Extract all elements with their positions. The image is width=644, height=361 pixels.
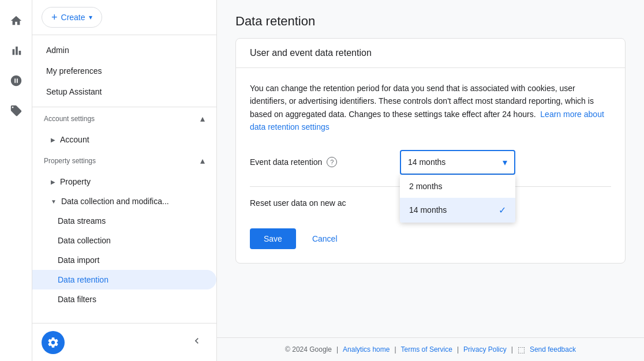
sidebar-item-data-streams[interactable]: Data streams — [32, 211, 216, 231]
sidebar-item-property[interactable]: ▶ Property — [32, 172, 216, 191]
data-collection-triangle-icon: ▼ — [51, 198, 57, 205]
data-collection-sub-label: Data collection — [58, 236, 111, 245]
page-footer: © 2024 Google | Analytics home | Terms o… — [217, 337, 644, 361]
privacy-policy-link[interactable]: Privacy Policy — [463, 345, 507, 354]
page-body: Data retention User and event data reten… — [217, 0, 644, 337]
create-button[interactable]: + Create ▾ — [42, 7, 102, 28]
admin-label: Admin — [46, 46, 69, 55]
select-wrapper: 14 months ▾ 2 months 14 months ✓ — [400, 150, 515, 175]
setup-assistant-label: Setup Assistant — [46, 87, 102, 96]
icon-rail — [0, 0, 32, 361]
bar-chart-icon[interactable] — [2, 37, 30, 65]
action-buttons: Save Cancel — [250, 219, 611, 249]
property-settings-header[interactable]: Property settings ▴ — [32, 149, 216, 172]
sidebar-item-data-collection-modifica[interactable]: ▼ Data collection and modifica... — [32, 191, 216, 211]
retention-card: User and event data retention You can ch… — [235, 38, 626, 264]
sidebar-item-setup-assistant[interactable]: Setup Assistant — [32, 81, 216, 102]
top-nav-items: Admin My preferences Setup Assistant — [32, 35, 216, 107]
dropdown-option-14months[interactable]: 14 months ✓ — [400, 198, 515, 223]
dropdown-menu: 2 months 14 months ✓ — [400, 175, 515, 223]
sep2: | — [394, 345, 396, 354]
event-data-retention-label: Event data retention ? — [250, 157, 400, 167]
sep3: | — [457, 345, 459, 354]
property-triangle-icon: ▶ — [51, 179, 55, 185]
analytics-home-link[interactable]: Analytics home — [343, 345, 390, 354]
home-icon[interactable] — [2, 7, 30, 35]
sidebar-item-data-import[interactable]: Data import — [32, 250, 216, 270]
terms-of-service-link[interactable]: Terms of Service — [401, 345, 452, 354]
data-streams-label: Data streams — [58, 216, 106, 225]
data-import-label: Data import — [58, 255, 99, 265]
event-retention-select[interactable]: 14 months ▾ — [400, 150, 515, 175]
property-settings-label: Property settings — [44, 157, 96, 165]
select-chevron-icon: ▾ — [503, 157, 507, 168]
account-settings-chevron-icon: ▴ — [200, 113, 205, 124]
check-icon: ✓ — [499, 205, 506, 216]
selected-value: 14 months — [408, 157, 445, 167]
copyright-text: © 2024 Google — [285, 345, 332, 354]
cancel-button[interactable]: Cancel — [303, 228, 347, 249]
reset-user-data-label: Reset user data on new ac — [250, 198, 400, 208]
main-content: Data retention User and event data reten… — [217, 0, 644, 361]
search-circle-icon[interactable] — [2, 67, 30, 95]
card-header: User and event data retention — [236, 39, 625, 68]
account-settings-section: Account settings ▴ ▶ Account — [32, 107, 216, 149]
settings-gear-button[interactable] — [42, 331, 65, 354]
sidebar-nav: Admin My preferences Setup Assistant Acc… — [32, 35, 216, 361]
sidebar-item-admin[interactable]: Admin — [32, 40, 216, 61]
sep1: | — [336, 345, 338, 354]
save-button[interactable]: Save — [250, 228, 296, 249]
sidebar-bottom — [32, 323, 216, 361]
create-label: Create — [61, 13, 85, 22]
data-retention-label: Data retention — [58, 275, 108, 284]
property-label: Property — [60, 177, 91, 186]
sidebar-item-account[interactable]: ▶ Account — [32, 130, 216, 149]
property-settings-chevron-icon: ▴ — [200, 155, 205, 166]
data-collection-label: Data collection and modifica... — [61, 197, 169, 206]
plus-icon: + — [51, 12, 58, 22]
sidebar-item-data-retention[interactable]: Data retention — [32, 270, 216, 289]
sidebar-item-data-filters[interactable]: Data filters — [32, 289, 216, 309]
send-feedback-link[interactable]: Send feedback — [530, 345, 576, 354]
description-text: You can change the retention period for … — [250, 82, 611, 134]
sidebar-item-my-preferences[interactable]: My preferences — [32, 61, 216, 81]
collapse-sidebar-button[interactable] — [186, 330, 207, 354]
sep4: | — [511, 345, 513, 354]
sidebar: + Create ▾ Admin My preferences Setup As… — [32, 0, 217, 361]
page-title: Data retention — [235, 14, 626, 29]
tag-icon[interactable] — [2, 97, 30, 125]
data-filters-label: Data filters — [58, 295, 96, 304]
help-icon[interactable]: ? — [327, 157, 337, 167]
create-chevron-icon: ▾ — [89, 13, 92, 21]
dropdown-option-2months[interactable]: 2 months — [400, 175, 515, 198]
account-settings-header[interactable]: Account settings ▴ — [32, 107, 216, 130]
card-body: You can change the retention period for … — [236, 68, 625, 263]
property-settings-section: Property settings ▴ ▶ Property ▼ Data co… — [32, 149, 216, 309]
feedback-icon: ⬚ — [518, 345, 525, 354]
sidebar-item-data-collection[interactable]: Data collection — [32, 231, 216, 250]
event-data-retention-row: Event data retention ? 14 months ▾ 2 mon… — [250, 138, 611, 187]
account-label: Account — [60, 135, 89, 144]
triangle-right-icon: ▶ — [51, 137, 55, 143]
sidebar-top: + Create ▾ — [32, 0, 216, 35]
my-preferences-label: My preferences — [46, 66, 102, 76]
account-settings-label: Account settings — [44, 115, 95, 123]
